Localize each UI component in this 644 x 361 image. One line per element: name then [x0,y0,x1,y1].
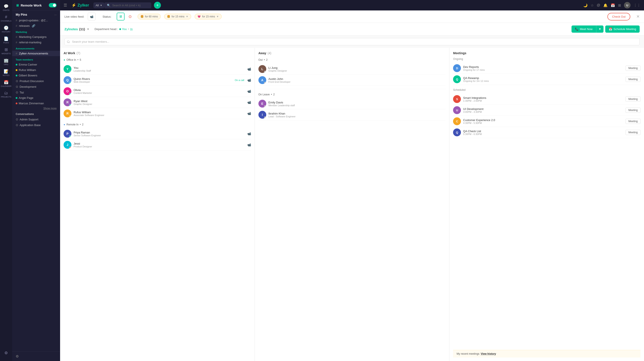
member-avatar-ibrahim: I [258,111,266,119]
sidebar-item-history[interactable]: 🕐 HISTORY [0,24,12,34]
timer-60-mins[interactable]: 🍔 for 60 mins [138,14,161,20]
sidebar-taz[interactable]: ⊙ Taz [12,90,60,95]
sidebar-item-projects[interactable]: 🗂 PROJECTS [0,90,12,99]
sidebar-emma-cartner[interactable]: Emma Cartner [12,62,60,67]
my-pins-more[interactable]: ··· [54,13,56,16]
sidebar-product-discussion[interactable]: ⊙ Product Discussion [12,78,60,84]
moon-icon[interactable]: 🌙 [583,3,588,8]
search-scope-selector[interactable]: All ▼ [94,2,104,8]
calendar2-icon[interactable]: 📅 [611,3,615,8]
member-info-jessi: Jessi Product Designer [74,142,245,148]
sidebar-marketing-campaigns[interactable]: # Marketing Campaigns [12,34,60,40]
meeting-join-button[interactable]: Meeting [626,77,640,82]
bell-icon[interactable]: 🔔 [603,3,608,8]
grid-icon[interactable]: ⊞ [618,3,621,8]
star-icon[interactable]: ☆ [591,3,594,8]
settings-icon-btn[interactable]: ⚙ [4,349,9,357]
checkout-button[interactable]: Check Out [608,13,630,20]
group-icon: ⊙ [16,79,18,83]
columns-area: At Work (7) ● Office In • 5 Y You [60,48,644,361]
pinned-item-releases[interactable]: # releases 🔗 [12,23,60,28]
heart-icon: 🔗 [32,24,35,28]
video-button[interactable]: 📹 [88,13,96,20]
sidebar-gilbert-bowers[interactable]: Gilbert Bowers [12,73,60,78]
workspace-toggle[interactable] [49,3,56,8]
chevron-down-icon-3[interactable]: ▼ [216,15,219,18]
video-action-icon[interactable]: 📹 [247,90,251,93]
hamburger-icon[interactable]: ☰ [64,3,67,8]
video-action-icon[interactable]: 📹 [247,100,251,104]
sidebar-item-widgets[interactable]: ⊞ WIDGETS [0,46,12,56]
global-search-bar: 🔍 [104,2,151,8]
video-action-icon[interactable]: 📹 [247,78,251,82]
status-active-icon[interactable]: 🖥 [117,13,124,20]
user-avatar[interactable]: U [624,2,630,8]
close-status-bar-button[interactable]: ✕ [636,14,640,19]
meet-now-dropdown-button[interactable]: ▼ [596,26,604,33]
timer-15-mins-1[interactable]: 🍔 for 15 mins ▼ [164,14,191,20]
sidebar-item-calendar[interactable]: 📅 CALENDER [0,78,12,88]
video-action-icon[interactable]: 📹 [247,67,251,71]
sidebar-application-base[interactable]: ⊙ Application Base [12,122,60,128]
status-busy-icon[interactable]: ⊙ [126,13,134,20]
heart-emoji: 💗 [198,15,201,18]
at-icon[interactable]: @ [597,3,600,7]
on-call-badge: On a call [235,79,244,82]
status-dot [69,71,71,73]
video-action-icon[interactable]: 📹 [247,132,251,136]
video-action-icon[interactable]: 📹 [247,143,251,146]
my-pins-title: My Pins [16,13,27,16]
member-info-priya: Priya Raman Senior Software Engineer [74,131,245,137]
conversation-icon: ⊙ [16,123,18,127]
meeting-row: D Dev Reports Ongoing for 17 mins Meetin… [453,63,640,74]
sidebar-item-org[interactable]: 🏢 ORG [0,57,12,67]
member-row: R Rufus William Associate Software Engin… [64,108,251,119]
sidebar-item-files[interactable]: 📄 FILES [0,35,12,45]
sidebar-item-notes[interactable]: 📝 NOTES [0,68,12,78]
timer-15-mins-2[interactable]: 💗 for 15 mins ▼ [195,14,222,20]
meeting-avatar-qa: Q [453,75,461,83]
sidebar-zylker-announcements[interactable]: # Zylker-Announcements [12,51,60,56]
meeting-join-button[interactable]: Meeting [626,119,640,124]
view-history-link[interactable]: View history [481,352,496,355]
meet-now-button[interactable]: 📞 Meet Now [572,26,596,33]
sidebar-referral-marketing[interactable]: # referral-marketing [12,40,60,45]
pinned-item-project-updates[interactable]: # project-updates : @Z... [12,18,60,23]
chevron-down-icon-zylnotes[interactable]: ▼ [87,28,89,31]
calendar-icon-schedule: 📅 [609,28,612,31]
sidebar-angie-page[interactable]: Angie Page [12,95,60,100]
status-dot [69,93,71,95]
member-actions: 📹 [247,143,251,146]
meeting-join-button[interactable]: Meeting [626,108,640,113]
search-input[interactable] [112,4,149,7]
zylnotes-bar: Zylnotes (11) ▼ Department head : You • … [60,23,644,36]
dept-you: You [119,28,127,31]
sidebar: 🖥 Remote Work My Pins ··· # project-upda… [12,0,60,361]
team-search-input[interactable] [64,38,640,45]
sidebar-item-channels[interactable]: # CHANNELS [0,14,12,23]
chevron-down-icon-2[interactable]: ▼ [186,15,188,18]
schedule-meeting-button[interactable]: 📅 Schedule Meeting [605,26,640,33]
sidebar-settings-icon[interactable]: ⚙ [16,354,19,358]
apps-menu-icon[interactable]: ⋮⋮ [634,3,640,8]
sidebar-item-chats[interactable]: 💬 CHATS [0,2,12,13]
phone-icon: 📞 [575,28,578,31]
meeting-join-button[interactable]: Meeting [626,96,640,102]
show-more-link[interactable]: Show more [12,106,60,111]
sidebar-admin-support[interactable]: ⊙ Admin Support [12,116,60,122]
member-actions: 📹 [247,67,251,71]
scheduled-meetings: Scheduled S Smart Integrations 1:30PM - … [453,88,640,138]
meet-now-group: 📞 Meet Now ▼ [572,26,604,33]
in-link[interactable]: In [130,28,132,31]
sidebar-marcus-zimmerman[interactable]: Marcus Zimmerman [12,100,60,106]
meeting-join-button[interactable]: Meeting [626,130,640,135]
add-button[interactable]: + [154,2,161,9]
meeting-info-ui: UI Development 3:00PM - 3:30PM [463,107,623,113]
meeting-row: Q QA Rewamp Ongoing for 1hr 12 mins Meet… [453,74,640,85]
sidebar-rufus-william[interactable]: Rufus William [12,67,60,73]
member-avatar-quinn: Q [64,76,72,84]
sidebar-development[interactable]: ⊙ Development [12,84,60,90]
my-pins-section: My Pins ··· [12,11,60,18]
meeting-join-button[interactable]: Meeting [626,66,640,71]
video-action-icon[interactable]: 📹 [247,112,251,115]
